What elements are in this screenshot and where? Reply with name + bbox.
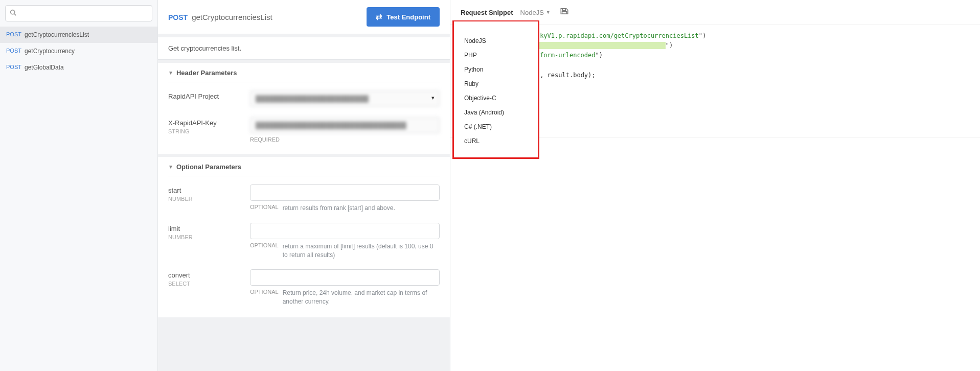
param-tag: OPTIONAL <box>250 242 279 248</box>
param-name: start <box>168 187 240 194</box>
svg-rect-2 <box>562 9 565 11</box>
chevron-down-icon: ▼ <box>546 10 551 15</box>
endpoint-sidebar: POST getCryptocurrenciesList POST getCry… <box>0 0 158 371</box>
endpoint-name: getCryptocurrenciesList <box>25 31 89 38</box>
rapidapi-key-input[interactable] <box>250 117 440 133</box>
snippet-title: Request Snippet <box>461 9 513 16</box>
search-input-wrap[interactable] <box>5 5 152 21</box>
svg-line-1 <box>14 14 16 15</box>
param-type: NUMBER <box>168 196 240 202</box>
limit-input[interactable] <box>250 223 440 239</box>
svg-point-0 <box>11 10 15 14</box>
dropdown-item-java[interactable]: Java (Android) <box>460 105 532 120</box>
rapidapi-project-select[interactable] <box>250 90 440 107</box>
param-row-limit: limit NUMBER OPTIONAL return a maximum o… <box>168 215 440 262</box>
param-name: X-RapidAPI-Key <box>168 119 240 127</box>
search-input[interactable] <box>19 10 148 17</box>
endpoint-header: POST getCryptocurrenciesList ⇄ Test Endp… <box>158 0 450 34</box>
chevron-down-icon: ▼ <box>168 70 173 76</box>
test-button-label: Test Endpoint <box>386 13 430 21</box>
endpoint-description: Get cryptocurrencies list. <box>158 37 450 60</box>
param-tag: OPTIONAL <box>250 289 279 295</box>
endpoint-method-badge: POST <box>168 13 188 21</box>
endpoint-list: POST getCryptocurrenciesList POST getCry… <box>0 27 157 371</box>
param-type: SELECT <box>168 281 240 287</box>
dropdown-item-curl[interactable]: cURL <box>460 134 532 148</box>
param-desc: return a maximum of [limit] results (def… <box>283 242 440 260</box>
test-endpoint-button[interactable]: ⇄ Test Endpoint <box>367 7 440 27</box>
endpoint-method: POST <box>6 64 21 71</box>
param-name: RapidAPI Project <box>168 92 240 100</box>
dropdown-item-python[interactable]: Python <box>460 62 532 77</box>
dropdown-item-ruby[interactable]: Ruby <box>460 77 532 91</box>
param-name: limit <box>168 225 240 233</box>
endpoint-item-getCryptocurrenciesList[interactable]: POST getCryptocurrenciesList <box>0 27 157 43</box>
endpoint-name: getCryptocurrency <box>25 48 75 55</box>
swap-icon: ⇄ <box>376 12 382 21</box>
param-desc: return results from rank [start] and abo… <box>283 204 395 213</box>
section-title: Optional Parameters <box>176 163 241 171</box>
start-input[interactable] <box>250 184 440 201</box>
language-select[interactable]: NodeJS ▼ <box>520 9 551 16</box>
svg-rect-3 <box>562 12 566 14</box>
param-row-start: start NUMBER OPTIONAL return results fro… <box>168 176 440 215</box>
param-type: NUMBER <box>168 234 240 240</box>
endpoint-name: getGlobalData <box>25 64 64 71</box>
chevron-down-icon: ▼ <box>168 164 173 170</box>
dropdown-item-csharp[interactable]: C# (.NET) <box>460 120 532 134</box>
param-tag: REQUIRED <box>250 136 280 143</box>
section-toggle-optional-params[interactable]: ▼ Optional Parameters <box>168 163 440 176</box>
endpoint-method: POST <box>6 48 21 55</box>
dropdown-item-objc[interactable]: Objective-C <box>460 91 532 105</box>
request-snippet-panel: Request Snippet NodeJS ▼ NodeJS PHP Pyth… <box>450 0 980 371</box>
save-icon[interactable] <box>560 7 569 17</box>
param-row-rapidapi-project: RapidAPI Project <box>168 82 440 109</box>
param-row-rapidapi-key: X-RapidAPI-Key STRING REQUIRED <box>168 109 440 145</box>
dropdown-item-nodejs[interactable]: NodeJS <box>460 34 532 48</box>
endpoint-item-getCryptocurrency[interactable]: POST getCryptocurrency <box>0 43 157 59</box>
header-params-section: ▼ Header Parameters RapidAPI Project X-R… <box>158 63 450 154</box>
search-icon <box>10 9 16 17</box>
endpoint-method: POST <box>6 31 21 38</box>
param-tag: OPTIONAL <box>250 204 279 210</box>
param-desc: Return price, 24h volume, and market cap… <box>283 289 440 306</box>
endpoint-detail-panel: POST getCryptocurrenciesList ⇄ Test Endp… <box>158 0 450 371</box>
language-selected-label: NodeJS <box>520 9 544 16</box>
endpoint-title: getCryptocurrenciesList <box>192 13 272 21</box>
param-name: convert <box>168 271 240 279</box>
language-dropdown: NodeJS PHP Python Ruby Objective-C Java … <box>452 20 539 159</box>
param-row-convert: convert SELECT OPTIONAL Return price, 24… <box>168 261 440 308</box>
endpoint-item-getGlobalData[interactable]: POST getGlobalData <box>0 59 157 76</box>
convert-input[interactable] <box>250 269 440 286</box>
param-type: STRING <box>168 128 240 134</box>
optional-params-section: ▼ Optional Parameters start NUMBER OPTIO… <box>158 157 450 317</box>
dropdown-item-php[interactable]: PHP <box>460 48 532 62</box>
section-title: Header Parameters <box>176 69 237 77</box>
section-toggle-header-params[interactable]: ▼ Header Parameters <box>168 69 440 82</box>
